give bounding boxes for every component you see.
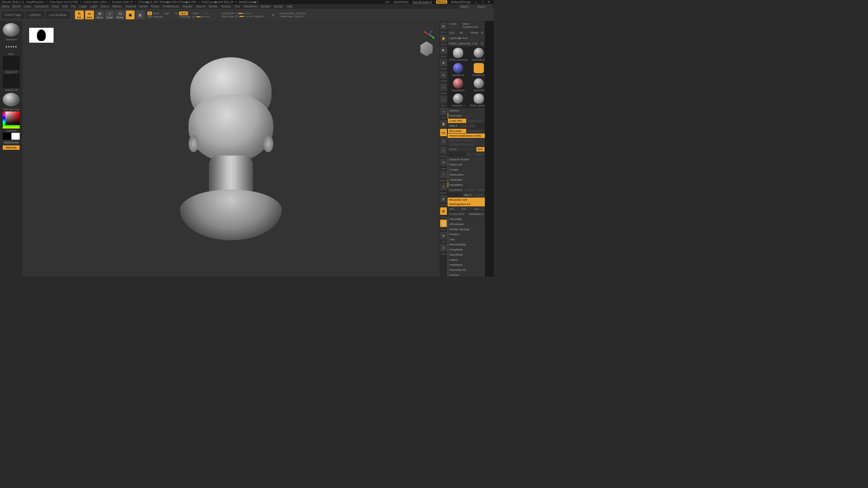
panel-arraymesh[interactable]: ArrayMesh (448, 247, 485, 252)
panel-fibermesh[interactable]: FiberMesh (448, 262, 485, 267)
sub-position[interactable]: Position (448, 232, 485, 237)
menu-color[interactable]: Color (24, 5, 32, 8)
drawsize-slider[interactable] (239, 16, 253, 17)
rgb-toggle[interactable]: Rgb (164, 12, 169, 15)
del-lower-button[interactable]: Del Lower (448, 129, 466, 133)
switchcolor-button[interactable]: SwitchColor (3, 140, 20, 145)
lightbox-tools[interactable]: Lightbox▶Tools (448, 36, 485, 41)
rtool-lsym[interactable]: ⇔ (440, 108, 447, 115)
menu-stencil[interactable]: Stencil (196, 5, 205, 8)
rtool-aahalf[interactable]: ▤ (440, 71, 447, 79)
rtool-persp[interactable]: ▭ (440, 83, 447, 91)
menus-toggle[interactable]: Menus (436, 0, 447, 4)
dynamesh-button[interactable]: DynaMesh (448, 188, 463, 192)
seethrough-slider[interactable]: See-through 0 (412, 0, 432, 4)
scale-mode-button[interactable]: ⤢Scale (105, 11, 114, 19)
rtool-rotate[interactable]: ⟲ (440, 183, 447, 190)
sub-dynamic-subdiv[interactable]: Dynamic Subdiv (448, 157, 485, 162)
rtool-lock[interactable]: 🔒 (440, 120, 447, 127)
sub-tessimate[interactable]: Tessimate (448, 217, 485, 222)
divide-button[interactable]: Divide (448, 147, 476, 151)
menu-edit[interactable]: Edit (62, 5, 68, 8)
gradient-label[interactable]: Gradient (6, 129, 17, 132)
rtool-zoom[interactable]: 🔍 (440, 47, 447, 54)
sub-shadowbox[interactable]: ShadowBox (448, 172, 485, 177)
goz-visible[interactable]: Visible (469, 30, 479, 35)
menu-help[interactable]: Help (287, 5, 293, 8)
sub-size[interactable]: Size (448, 237, 485, 242)
menu-alpha[interactable]: Alpha (1, 5, 9, 8)
close-icon[interactable]: ✕ (488, 0, 490, 4)
maximize-icon[interactable]: □ (482, 0, 484, 4)
sub-modify-topology[interactable]: Modify Topology (448, 227, 485, 232)
make-polymesh-button[interactable]: Make PolyMesh3D (461, 21, 485, 29)
convert-bpr-button[interactable]: Convert BPR To Geo (448, 142, 485, 147)
rtool-xyz[interactable]: xyz (440, 129, 447, 136)
zadd-toggle[interactable]: Zadd (179, 12, 188, 15)
quicksave-button[interactable]: QuickSave (394, 0, 409, 4)
menu-stroke[interactable]: Stroke (209, 5, 217, 8)
sub-crease[interactable]: Crease (448, 167, 485, 172)
rp-export[interactable]: Export (476, 4, 492, 9)
menu-preferences[interactable]: Preferences (163, 5, 179, 8)
panel-geometryhd[interactable]: Geometry HD (448, 267, 485, 272)
menu-draw[interactable]: Draw (52, 5, 59, 8)
menu-marker[interactable]: Marker (112, 5, 122, 8)
resolution-slider[interactable]: Resolution 128 (448, 198, 485, 202)
gizmo-button[interactable]: ◉ (126, 11, 135, 19)
sub-dynamesh[interactable]: DynaMesh (448, 182, 485, 187)
menu-brush[interactable]: Brush (13, 5, 21, 8)
clone-button[interactable]: Clone (448, 21, 461, 29)
sub-meshintegrity[interactable]: MeshIntegrity (448, 242, 485, 247)
menu-layer[interactable]: Layer (79, 5, 87, 8)
menu-file[interactable]: File (71, 5, 76, 8)
panel-preview[interactable]: Preview (448, 272, 485, 277)
menu-picker[interactable]: Picker (151, 5, 159, 8)
higher-res-button[interactable]: Higher Res (467, 119, 485, 123)
move-mode-button[interactable]: ✥Move (95, 11, 104, 19)
focal-slider[interactable] (238, 13, 252, 14)
tab-liveboolean[interactable]: Live Boolean (46, 11, 70, 19)
rtool-move[interactable]: ✥ (440, 159, 447, 166)
tool-item[interactable]: AlphaBrush (448, 62, 468, 77)
section-subtool[interactable]: Subtool (448, 108, 485, 113)
a-toggle[interactable]: A (147, 12, 152, 15)
rp-import[interactable]: Import (459, 4, 475, 9)
sculpt-mesh[interactable] (177, 47, 285, 237)
material-selector[interactable] (3, 93, 20, 106)
rtool-solo[interactable]: ◉ (440, 232, 447, 239)
thickness-slider[interactable]: Thickness 4 (467, 212, 485, 216)
menu-transform[interactable]: Transform (243, 5, 257, 8)
menu-movie[interactable]: Movie (139, 5, 147, 8)
goz-button[interactable]: GoZ (448, 30, 458, 35)
sculptris-button[interactable]: ◐ (136, 11, 145, 19)
right-tray[interactable] (485, 21, 494, 277)
tab-homepage[interactable]: Home Page (1, 11, 24, 19)
tool-item[interactable]: PM3D_Sphere3D (448, 47, 468, 62)
menu-macro[interactable]: Macro (100, 5, 109, 8)
alpha-selector[interactable] (3, 56, 20, 70)
mrgb-toggle[interactable]: Mrgb (153, 12, 159, 15)
rtool-bpr[interactable]: ▦ (440, 22, 447, 30)
goz-r[interactable]: R (480, 30, 485, 35)
subprojection-slider[interactable]: SubProjection 0.6 (448, 202, 485, 206)
z-intensity-label[interactable]: Z Intensity (178, 15, 191, 18)
rtool-floor[interactable]: ⊥ (440, 96, 447, 103)
create-shell-button[interactable]: Create Shell (448, 212, 467, 216)
tab-lightbox[interactable]: LightBox (26, 11, 44, 19)
swatch-main[interactable] (3, 133, 11, 140)
tool-name[interactable]: PM3D_Sphere3D_1 49 (448, 41, 479, 46)
menu-zscript[interactable]: Zscript (274, 5, 283, 8)
sub-claypolish[interactable]: ClayPolish (448, 177, 485, 182)
rtool-scale3d[interactable]: ⤢ (440, 171, 447, 178)
menu-render[interactable]: Render (183, 5, 193, 8)
stroke-selector[interactable] (3, 42, 20, 52)
sdiv-slider[interactable]: SDiv 2 (448, 124, 459, 128)
freeze-subdiv-button[interactable]: Freeze SubDivision Levels (448, 134, 485, 138)
menu-light[interactable]: Light (91, 5, 97, 8)
tool-item[interactable]: EraserBrush (448, 78, 468, 92)
menu-tool[interactable]: Tool (234, 5, 240, 8)
swatch-secondary[interactable] (12, 133, 20, 140)
viewport[interactable] (22, 21, 439, 277)
m-toggle[interactable]: M (175, 12, 178, 15)
